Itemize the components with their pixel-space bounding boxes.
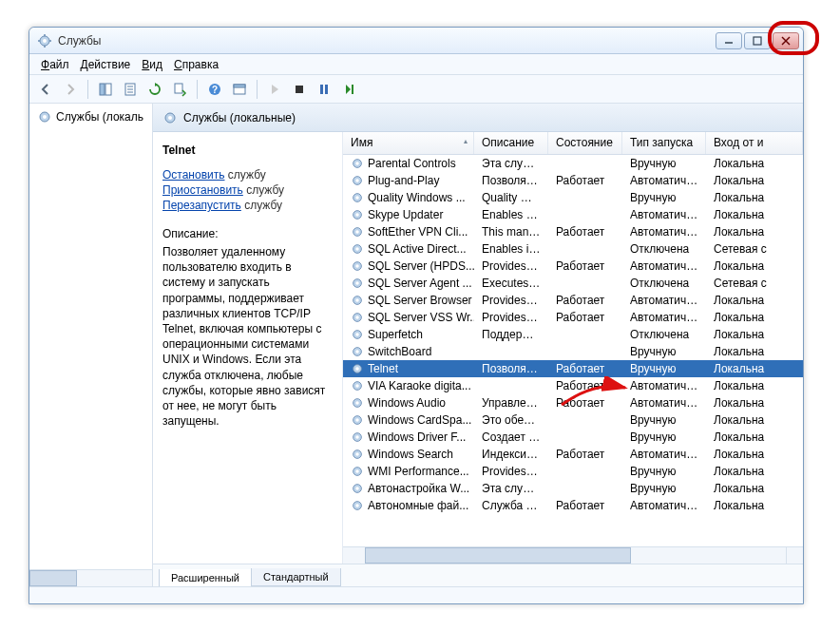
table-row[interactable]: SQL Server Agent ...Executes jo...Отключ… — [343, 275, 803, 292]
column-name[interactable]: Имя — [343, 132, 474, 154]
table-row[interactable]: SuperfetchПоддержи...ОтключенаЛокальна — [343, 326, 803, 343]
view-button[interactable] — [229, 79, 250, 100]
refresh-button[interactable] — [144, 79, 165, 100]
cell-startup: Отключена — [622, 242, 706, 256]
cell-startup: Вручную — [622, 465, 706, 478]
table-row[interactable]: Plug-and-PlayПозволяет...РаботаетАвтомат… — [343, 172, 803, 189]
cell-description: Индексир... — [474, 448, 548, 461]
table-row[interactable]: Quality Windows ...Quality Wi...ВручнуюЛ… — [343, 189, 803, 206]
service-action-link[interactable]: Перезапустить — [162, 199, 241, 212]
export-button[interactable] — [169, 79, 190, 100]
svg-rect-21 — [296, 86, 303, 93]
cell-name: SQL Server VSS Wr... — [343, 311, 474, 324]
svg-point-26 — [43, 115, 47, 119]
content-header-icon — [162, 110, 178, 125]
cell-logon: Локальна — [706, 430, 803, 444]
cell-description: Provides th... — [474, 294, 548, 307]
cell-name: Автонастройка W... — [343, 482, 474, 495]
titlebar[interactable]: Службы — [29, 28, 803, 54]
table-body[interactable]: Parental ControlsЭта служб...ВручнуюЛока… — [343, 155, 803, 546]
table-row[interactable]: WMI Performance...Provides p...ВручнуюЛо… — [343, 463, 803, 480]
toolbar: ? — [29, 75, 803, 104]
cell-state: Работает — [548, 379, 622, 392]
help-button[interactable]: ? — [204, 79, 225, 100]
cell-startup: Автоматиче... — [622, 448, 706, 461]
table-row[interactable]: Windows Driver F...Создает п...ВручнуюЛо… — [343, 429, 803, 446]
cell-description: Позволяет... — [474, 362, 548, 375]
cell-startup: Автоматиче... — [622, 311, 706, 324]
cell-startup: Вручную — [622, 482, 706, 495]
svg-point-48 — [355, 316, 359, 319]
cell-startup: Вручную — [622, 413, 706, 427]
table-row[interactable]: Автонастройка W...Эта служб...ВручнуюЛок… — [343, 480, 803, 497]
cell-startup: Отключена — [622, 328, 706, 341]
table-row[interactable]: SQL Active Direct...Enables int...Отключ… — [343, 240, 803, 258]
table-row[interactable]: Skype UpdaterEnables th...Автоматиче...Л… — [343, 206, 803, 223]
stop-service-button[interactable] — [289, 79, 310, 100]
cell-startup: Отключена — [622, 277, 706, 290]
svg-point-40 — [355, 247, 359, 251]
svg-point-68 — [355, 487, 359, 490]
svg-rect-16 — [175, 84, 182, 93]
tree-node-label: Службы (локаль — [56, 110, 143, 124]
tree-pane: Службы (локаль — [29, 104, 153, 586]
cell-startup: Автоматиче... — [622, 174, 706, 187]
table-hscrollbar[interactable] — [343, 547, 786, 564]
table-row[interactable]: SoftEther VPN Cli...This mana...Работает… — [343, 223, 803, 240]
cell-state: Работает — [548, 362, 622, 375]
service-action-link[interactable]: Остановить — [162, 168, 225, 182]
column-description[interactable]: Описание — [474, 132, 548, 154]
restart-service-button[interactable] — [338, 79, 359, 100]
column-logon[interactable]: Вход от и — [706, 132, 803, 154]
table-row[interactable]: SwitchBoardВручнуюЛокальна — [343, 343, 803, 360]
tab-extended[interactable]: Расширенный — [159, 569, 252, 586]
table-row[interactable]: Parental ControlsЭта служб...ВручнуюЛока… — [343, 155, 803, 172]
table-row[interactable]: SQL Server VSS Wr...Provides th...Работа… — [343, 309, 803, 326]
service-action-link[interactable]: Приостановить — [162, 183, 243, 197]
svg-point-46 — [355, 298, 359, 302]
minimize-button[interactable] — [716, 32, 742, 49]
table-row[interactable]: Windows SearchИндексир...РаботаетАвтомат… — [343, 446, 803, 463]
svg-rect-11 — [105, 84, 111, 95]
column-startup-type[interactable]: Тип запуска — [622, 132, 706, 154]
cell-logon: Локальна — [706, 174, 803, 187]
description-text: Позволяет удаленному пользователю входит… — [162, 244, 333, 429]
column-state[interactable]: Состояние — [548, 132, 622, 154]
tab-standard[interactable]: Стандартный — [251, 568, 341, 586]
close-button[interactable] — [773, 32, 799, 49]
cell-name: Skype Updater — [343, 208, 474, 221]
cell-name: SQL Server Browser — [343, 294, 474, 307]
menu-файл[interactable]: Файл — [35, 56, 75, 73]
svg-text:?: ? — [212, 85, 218, 95]
cell-startup: Вручную — [622, 157, 706, 170]
menu-действие[interactable]: Действие — [75, 56, 137, 73]
table-row[interactable]: Windows AudioУправлен...РаботаетАвтомати… — [343, 394, 803, 411]
table-row[interactable]: TelnetПозволяет...РаботаетВручнуюЛокальн… — [343, 360, 803, 377]
service-action-2: Перезапустить службу — [162, 199, 333, 212]
tree-node-services-local[interactable]: Службы (локаль — [29, 104, 152, 130]
svg-point-50 — [355, 333, 359, 336]
menu-вид[interactable]: Вид — [136, 56, 168, 73]
menu-справка[interactable]: Справка — [168, 56, 224, 73]
tree-hscrollbar[interactable] — [29, 569, 152, 586]
table-row[interactable]: SQL Server BrowserProvides th...Работает… — [343, 292, 803, 309]
table-row[interactable]: SQL Server (HPDS...Provides st...Работае… — [343, 258, 803, 275]
cell-name: SQL Server (HPDS... — [343, 259, 474, 273]
cell-state: Работает — [548, 294, 622, 307]
table-row[interactable]: Windows CardSpa...Это обесп...ВручнуюЛок… — [343, 411, 803, 429]
cell-name: Parental Controls — [343, 157, 474, 170]
svg-rect-24 — [352, 85, 353, 94]
start-service-button[interactable] — [264, 79, 285, 100]
properties-button[interactable] — [120, 79, 141, 100]
table-row[interactable]: Автономные фай...Служба ав...РаботаетАвт… — [343, 497, 803, 514]
cell-logon: Локальна — [706, 259, 803, 273]
pause-service-button[interactable] — [314, 79, 334, 100]
back-button[interactable] — [35, 79, 56, 100]
table-row[interactable]: VIA Karaoke digita...РаботаетАвтоматиче.… — [343, 377, 803, 394]
forward-button[interactable] — [60, 79, 81, 100]
service-action-0: Остановить службу — [162, 168, 333, 182]
show-hide-tree-button[interactable] — [95, 79, 116, 100]
cell-description: Enables th... — [474, 208, 548, 221]
maximize-button[interactable] — [744, 32, 771, 49]
svg-rect-22 — [320, 85, 323, 94]
